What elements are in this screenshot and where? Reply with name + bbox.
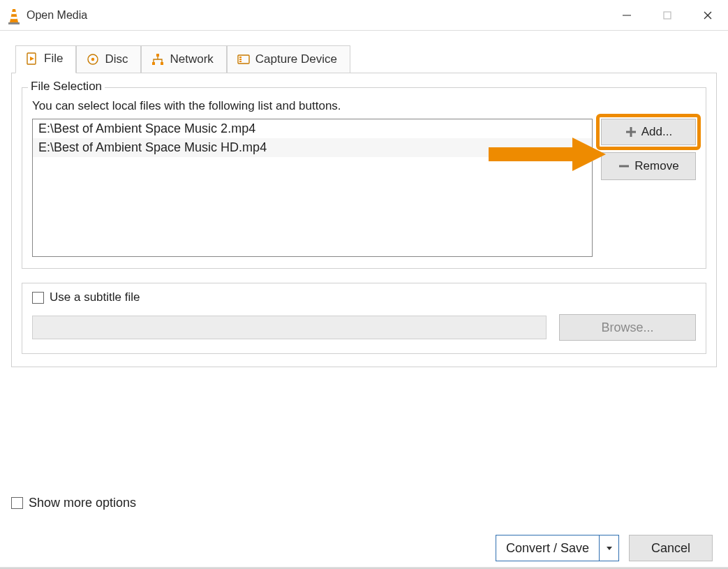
svg-rect-17 bbox=[239, 59, 242, 60]
svg-rect-5 bbox=[664, 12, 671, 19]
plus-icon bbox=[625, 126, 637, 138]
network-icon bbox=[151, 53, 164, 66]
window-controls bbox=[607, 0, 728, 30]
show-more-options-checkbox[interactable] bbox=[11, 497, 23, 509]
svg-marker-22 bbox=[607, 547, 612, 550]
subtitle-path-input[interactable] bbox=[32, 316, 547, 339]
svg-rect-3 bbox=[8, 22, 20, 24]
tab-label: File bbox=[44, 52, 63, 66]
add-button-label: Add... bbox=[641, 125, 672, 139]
subtitle-group: Use a subtitle file Browse... bbox=[22, 283, 706, 354]
svg-rect-2 bbox=[10, 17, 17, 19]
tab-label: Capture Device bbox=[255, 52, 337, 66]
file-list-item[interactable]: E:\Best of Ambient Space Music 2.mp4 bbox=[33, 119, 592, 138]
add-button[interactable]: Add... bbox=[601, 119, 696, 145]
file-selection-helper: You can select local files with the foll… bbox=[32, 99, 696, 113]
cancel-button-label: Cancel bbox=[651, 541, 690, 556]
subtitle-checkbox-label: Use a subtitle file bbox=[50, 290, 140, 304]
file-selection-legend: File Selection bbox=[28, 80, 105, 94]
window-title: Open Media bbox=[27, 9, 607, 22]
browse-button[interactable]: Browse... bbox=[559, 314, 696, 341]
vlc-icon bbox=[7, 8, 21, 22]
file-selection-group: File Selection You can select local file… bbox=[22, 87, 706, 269]
maximize-button[interactable] bbox=[647, 0, 688, 30]
tabstrip: File Disc Network Capture Devi bbox=[15, 45, 717, 73]
show-more-options-label: Show more options bbox=[29, 496, 136, 510]
svg-rect-16 bbox=[239, 57, 242, 58]
convert-save-button[interactable]: Convert / Save bbox=[496, 535, 619, 561]
dialog-buttons: Convert / Save Cancel bbox=[496, 535, 713, 561]
close-button[interactable] bbox=[688, 0, 728, 30]
convert-save-dropdown[interactable] bbox=[599, 535, 618, 561]
tab-file[interactable]: File bbox=[15, 45, 76, 73]
svg-rect-21 bbox=[619, 165, 629, 168]
tab-network[interactable]: Network bbox=[141, 45, 226, 73]
browse-button-label: Browse... bbox=[601, 320, 653, 335]
tab-label: Network bbox=[170, 52, 213, 66]
svg-marker-9 bbox=[30, 57, 34, 61]
convert-save-label: Convert / Save bbox=[496, 535, 599, 561]
remove-button-label: Remove bbox=[634, 159, 678, 173]
chevron-down-icon bbox=[606, 545, 613, 552]
svg-rect-1 bbox=[12, 12, 17, 14]
svg-rect-13 bbox=[152, 62, 155, 65]
cancel-button[interactable]: Cancel bbox=[629, 535, 713, 561]
tab-label: Disc bbox=[105, 52, 128, 66]
svg-rect-18 bbox=[239, 61, 242, 62]
subtitle-checkbox[interactable] bbox=[32, 292, 44, 304]
tab-disc[interactable]: Disc bbox=[76, 45, 141, 73]
disc-icon bbox=[87, 53, 99, 66]
svg-rect-12 bbox=[156, 54, 159, 57]
file-panel: File Selection You can select local file… bbox=[11, 73, 717, 367]
add-button-highlight: Add... bbox=[596, 114, 701, 150]
svg-rect-14 bbox=[161, 62, 163, 65]
svg-marker-0 bbox=[10, 9, 18, 22]
tab-capture-device[interactable]: Capture Device bbox=[227, 45, 350, 73]
minus-icon bbox=[618, 160, 630, 172]
show-more-options-row: Show more options bbox=[11, 496, 136, 510]
svg-point-11 bbox=[91, 57, 94, 60]
file-list[interactable]: E:\Best of Ambient Space Music 2.mp4 E:\… bbox=[32, 119, 593, 257]
titlebar: Open Media bbox=[0, 0, 728, 31]
remove-button[interactable]: Remove bbox=[601, 152, 696, 180]
capture-icon bbox=[237, 53, 250, 66]
minimize-button[interactable] bbox=[607, 0, 647, 30]
svg-rect-20 bbox=[626, 131, 636, 133]
file-icon bbox=[26, 52, 38, 65]
file-list-item[interactable]: E:\Best of Ambient Space Music HD.mp4 bbox=[33, 138, 592, 157]
